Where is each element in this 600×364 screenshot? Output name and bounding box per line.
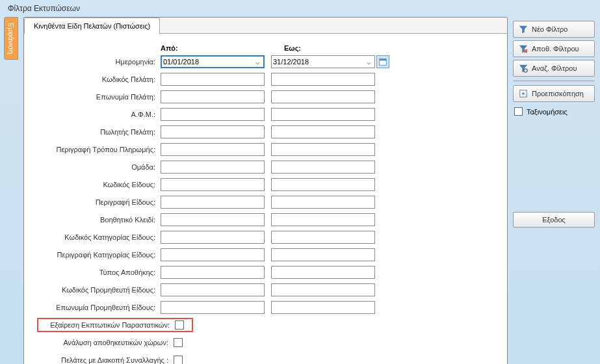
payment_desc-from-input[interactable]	[161, 143, 265, 156]
new-filter-label: Νέο Φίλτρο	[532, 25, 567, 33]
form-row-salesman: Πωλητής Πελάτη:	[37, 125, 494, 139]
checkbox-label-storage_analysis: Ανάλυση αποθηκευτικών χώρων:	[37, 339, 174, 346]
afm-to-input[interactable]	[271, 108, 375, 121]
svg-rect-2	[524, 49, 527, 53]
form-row-client_name: Επωνυμία Πελάτη:	[37, 90, 494, 104]
to-header: Εως:	[284, 44, 401, 52]
exit-label: Εξοδος	[542, 216, 566, 224]
form-row-supplier_code: Κωδικός Προμηθευτή Είδους:	[37, 283, 494, 297]
form-row-client_code: Κωδικός Πελάτη:	[37, 72, 494, 86]
date-from-value: 01/01/2018	[163, 58, 199, 66]
checkbox-clients_stop[interactable]	[174, 356, 183, 364]
date-to-value: 31/12/2018	[273, 58, 309, 66]
exit-button[interactable]: Εξοδος	[513, 212, 595, 228]
preview-button[interactable]: Προεπισκόπηση	[513, 85, 595, 102]
payment_desc-to-input[interactable]	[271, 143, 375, 156]
form-row-group: Ομάδα:	[37, 160, 494, 174]
content-panel: Κινηθέντα Είδη Πελατών (Πιστώσεις) Από: …	[23, 17, 508, 364]
label-supplier_name: Επωνυμία Προμηθευτή Είδους:	[37, 304, 161, 311]
group-from-input[interactable]	[161, 161, 265, 174]
client_name-from-input[interactable]	[161, 90, 265, 103]
classifications-checkbox[interactable]	[514, 107, 523, 116]
search-filter-button[interactable]: Αναζ. Φίλτρου	[513, 60, 595, 77]
form-row-afm: Α.Φ.Μ.:	[37, 107, 494, 122]
tab-moved-items[interactable]: Κινηθέντα Είδη Πελατών (Πιστώσεις)	[24, 18, 160, 34]
client_code-to-input[interactable]	[271, 73, 375, 86]
checkbox-storage_analysis[interactable]	[174, 338, 183, 347]
chevron-down-icon[interactable]: ⌵	[364, 58, 373, 66]
warehouse_type-to-input[interactable]	[271, 266, 375, 279]
aux_key-from-input[interactable]	[161, 213, 265, 226]
client_code-from-input[interactable]	[161, 73, 265, 86]
item_desc-from-input[interactable]	[161, 196, 265, 209]
date-to-input[interactable]: 31/12/2018⌵	[271, 55, 375, 68]
supplier_name-from-input[interactable]	[161, 301, 265, 314]
form-area: Από: Εως: Ημερομηνία:01/01/2018⌵31/12/20…	[24, 34, 507, 364]
item_cat_desc-to-input[interactable]	[271, 248, 375, 261]
checkbox-label-exclude_discount: Εξαίρεση Εκπτωτικών Παραστατικών:	[38, 321, 175, 329]
classifications-label: Ταξινομήσεις	[527, 108, 567, 116]
checkbox-exclude_discount[interactable]	[175, 320, 184, 330]
tab-bar: Κινηθέντα Είδη Πελατών (Πιστώσεις)	[24, 18, 507, 34]
preview-label: Προεπισκόπηση	[532, 90, 584, 98]
salesman-from-input[interactable]	[161, 125, 265, 138]
form-row-date: Ημερομηνία:01/01/2018⌵31/12/2018⌵	[37, 55, 494, 69]
date-from-input[interactable]: 01/01/2018⌵	[161, 55, 265, 68]
preview-icon	[519, 89, 528, 98]
form-row-item_code: Κωδικός Είδους:	[37, 177, 494, 192]
checkbox-label-clients_stop: Πελάτες με Διακοπή Συναλλαγής :	[37, 356, 174, 364]
label-payment_desc: Περιγραφή Τρόπου Πληρωμής:	[37, 146, 161, 153]
label-afm: Α.Φ.Μ.:	[37, 110, 161, 118]
svg-point-5	[522, 92, 525, 95]
item_code-to-input[interactable]	[271, 178, 375, 191]
form-row-item_cat_code: Κωδικός Κατηγορίας Είδους:	[37, 230, 494, 244]
salesman-to-input[interactable]	[271, 125, 375, 138]
form-row-aux_key: Βοηθητικό Κλειδί:	[37, 213, 494, 227]
supplier_code-from-input[interactable]	[161, 283, 265, 296]
form-row-item_cat_desc: Περιγραφή Κατηγορίας Είδους:	[37, 248, 494, 262]
vertical-tab-strip: Εμφάνιση	[4, 17, 20, 355]
window-title: Φίλτρα Εκτυπώσεων	[0, 0, 600, 17]
form-row-payment_desc: Περιγραφή Τρόπου Πληρωμής:	[37, 142, 494, 157]
label-group: Ομάδα:	[37, 163, 161, 171]
aux_key-to-input[interactable]	[271, 213, 375, 226]
search-filter-label: Αναζ. Φίλτρου	[532, 64, 577, 72]
search-funnel-icon	[519, 64, 528, 73]
label-client_code: Κωδικός Πελάτη:	[37, 75, 161, 83]
label-date: Ημερομηνία:	[37, 58, 161, 66]
item_cat_desc-from-input[interactable]	[161, 248, 265, 261]
form-row-supplier_name: Επωνυμία Προμηθευτή Είδους:	[37, 300, 494, 315]
right-panel: Νέο Φίλτρο Αποθ. Φίλτρου Αναζ. Φίλτρου Π…	[512, 17, 596, 364]
chevron-down-icon[interactable]: ⌵	[253, 58, 262, 66]
classifications-option[interactable]: Ταξινομήσεις	[513, 105, 595, 118]
supplier_code-to-input[interactable]	[271, 283, 375, 296]
afm-from-input[interactable]	[161, 108, 265, 121]
group-to-input[interactable]	[271, 161, 375, 174]
save-filter-label: Αποθ. Φίλτρου	[532, 45, 579, 53]
item_cat_code-to-input[interactable]	[271, 231, 375, 244]
save-filter-button[interactable]: Αποθ. Φίλτρου	[513, 40, 595, 57]
divider	[513, 81, 595, 81]
label-aux_key: Βοηθητικό Κλειδί:	[37, 216, 161, 224]
column-headers: Από: Εως:	[37, 44, 494, 52]
label-supplier_code: Κωδικός Προμηθευτή Είδους:	[37, 286, 161, 294]
checkbox-row-storage_analysis: Ανάλυση αποθηκευτικών χώρων:	[37, 335, 494, 350]
label-salesman: Πωλητής Πελάτη:	[37, 128, 161, 136]
save-funnel-icon	[519, 44, 528, 53]
label-warehouse_type: Τύπος Αποθήκης:	[37, 268, 161, 276]
item_cat_code-from-input[interactable]	[161, 231, 265, 244]
supplier_name-to-input[interactable]	[271, 301, 375, 314]
warehouse_type-from-input[interactable]	[161, 266, 265, 279]
form-row-item_desc: Περιγραφή Είδους:	[37, 195, 494, 209]
client_name-to-input[interactable]	[271, 90, 375, 103]
from-header: Από:	[161, 44, 278, 52]
vertical-tab-display[interactable]: Εμφάνιση	[4, 17, 18, 60]
main-container: Εμφάνιση Κινηθέντα Είδη Πελατών (Πιστώσε…	[0, 17, 600, 364]
calendar-icon[interactable]	[376, 55, 389, 68]
label-item_code: Κωδικός Είδους:	[37, 181, 161, 188]
new-filter-button[interactable]: Νέο Φίλτρο	[513, 21, 595, 38]
item_code-from-input[interactable]	[161, 178, 265, 191]
svg-rect-1	[380, 59, 387, 61]
item_desc-to-input[interactable]	[271, 196, 375, 209]
form-row-warehouse_type: Τύπος Αποθήκης:	[37, 265, 494, 280]
